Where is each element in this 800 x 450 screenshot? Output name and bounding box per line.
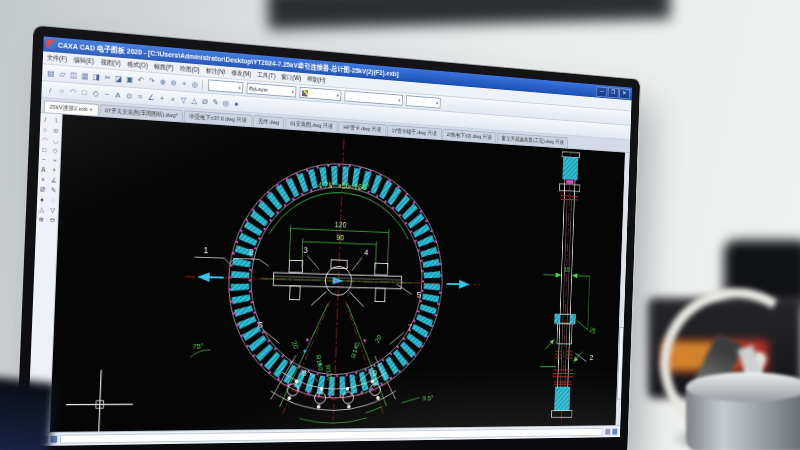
section-dim-25: 25 [588, 326, 596, 336]
svg-text:6: 6 [258, 319, 263, 329]
paste-icon[interactable]: ▣ [124, 73, 136, 86]
angle-dim-icon[interactable]: ∠ [145, 91, 156, 103]
arc-icon[interactable]: ◠ [67, 85, 79, 98]
menu-item[interactable]: 文件(F) [47, 53, 68, 64]
style-combo[interactable]: ▾ [208, 79, 243, 93]
menu-item[interactable]: 视图(V) [101, 58, 121, 68]
polar-toggle-icon[interactable] [605, 429, 610, 435]
svg-text:R170: R170 [324, 364, 334, 382]
svg-text:20: 20 [290, 339, 300, 350]
minus-tool-icon[interactable]: ⊖ [47, 215, 57, 224]
color-combo[interactable]: ▾ [299, 87, 341, 101]
toolbar-separator [202, 79, 203, 90]
save-icon[interactable]: ◫ [68, 68, 80, 81]
svg-text:8: 8 [302, 368, 307, 378]
ghost-tool-icon[interactable]: ◌ [48, 195, 58, 204]
section-dim-15: 15 [563, 266, 570, 274]
osnap-toggle-icon[interactable] [612, 429, 617, 435]
svg-text:1: 1 [203, 244, 208, 255]
pan-icon[interactable]: + [179, 77, 190, 89]
plus-tool-icon[interactable]: ⊕ [36, 214, 46, 223]
chevron-down-icon: ▾ [289, 89, 294, 95]
circle-icon[interactable]: ○ [56, 84, 68, 97]
copy-icon[interactable]: ◪ [113, 72, 125, 85]
donut-tool-icon[interactable]: ⊙ [51, 126, 61, 136]
minimize-button[interactable]: — [596, 86, 607, 97]
ortho-toggle-icon[interactable] [50, 436, 57, 443]
menu-item[interactable]: 绘图(D) [180, 64, 200, 74]
rectangle-icon[interactable]: □ [79, 86, 91, 99]
redo-icon[interactable]: ↷ [146, 74, 157, 86]
chevron-down-icon: ▾ [396, 97, 401, 103]
maximize-button[interactable]: ❐ [608, 87, 619, 98]
svg-text:20: 20 [373, 333, 383, 344]
svg-text:9.5°: 9.5° [422, 394, 433, 402]
menu-item[interactable]: 帮助(H) [307, 75, 326, 85]
polygon-tool-icon[interactable]: ◇ [50, 145, 60, 155]
spline-icon[interactable]: ~ [101, 88, 113, 101]
arc-tool-icon[interactable]: ◠ [39, 135, 49, 145]
cad-application-window: CAXA CAD 电子图板 2020 - [C:\Users\Administr… [27, 36, 632, 446]
solid-tool-icon[interactable]: ● [37, 195, 47, 204]
fit-view-icon[interactable]: ◎ [189, 78, 200, 90]
menu-item[interactable]: 标注(N) [206, 66, 226, 76]
rect-tool-icon[interactable]: □ [39, 145, 49, 155]
svg-text:R140: R140 [350, 341, 361, 359]
edit-icon[interactable]: ✎ [210, 96, 221, 108]
cut-icon[interactable]: ✂ [102, 71, 114, 84]
line-tool-icon[interactable]: / [40, 115, 50, 125]
tri-up-tool-icon[interactable]: △ [37, 204, 47, 213]
array-icon[interactable]: △ [189, 94, 200, 106]
wave-tool-icon[interactable]: ≈ [50, 155, 60, 164]
background-shelf-blur [268, 0, 671, 29]
monitor: CAXA CAD 电子图板 2020 - [C:\Users\Administr… [15, 25, 641, 450]
diameter-dim-icon[interactable]: Ø [199, 95, 210, 107]
sketch-tool-icon[interactable]: ✎ [48, 185, 58, 194]
xline-tool-icon[interactable]: \ [51, 116, 61, 126]
tri-down-tool-icon[interactable]: ▽ [48, 205, 58, 214]
layer-combo[interactable]: ByLayer ▾ [246, 82, 296, 97]
scrollbar-thumb[interactable] [617, 327, 624, 400]
document-tab[interactable]: 无件.dwg [253, 115, 285, 128]
erase-icon[interactable]: × [167, 93, 178, 105]
new-icon[interactable]: ▤ [45, 66, 57, 79]
menu-item[interactable]: 格式(O) [127, 60, 148, 70]
center-icon[interactable]: ◎ [221, 97, 232, 109]
line-icon[interactable]: / [44, 83, 56, 96]
spline-tool-icon[interactable]: ~ [39, 155, 49, 165]
zoom-out-icon[interactable]: ⊖ [168, 76, 179, 88]
foreground-desk-object [0, 377, 56, 450]
text-icon[interactable]: A [112, 88, 124, 101]
menu-item[interactable]: 窗口(W) [281, 73, 301, 83]
close-button[interactable]: ✕ [619, 88, 630, 99]
mirror-icon[interactable]: ▽ [178, 93, 189, 105]
hatch-icon[interactable]: ≈ [134, 90, 145, 102]
open-icon[interactable]: ▱ [56, 67, 68, 80]
point-tool-icon[interactable]: + [49, 165, 59, 174]
svg-text:5: 5 [417, 289, 422, 299]
preview-icon[interactable]: ◨ [91, 70, 103, 83]
svg-text:7: 7 [407, 321, 412, 331]
menu-item[interactable]: 幅面(P) [154, 62, 174, 72]
chevron-down-icon: ▾ [334, 92, 339, 98]
text-tool-icon[interactable]: A [38, 165, 48, 174]
move-icon[interactable]: + [156, 92, 167, 104]
drawing-canvas[interactable]: 4.75° ×56=266° 120 90 [50, 114, 625, 432]
break-tool-icon[interactable]: × [38, 175, 48, 184]
print-icon[interactable]: ▥ [79, 69, 91, 82]
diameter-tool-icon[interactable]: Ø [37, 185, 47, 194]
zoom-in-icon[interactable]: ⊕ [157, 75, 168, 87]
linetype-combo[interactable]: ▾ [344, 90, 403, 105]
fill-icon[interactable]: ● [231, 97, 242, 109]
menu-item[interactable]: 修改(M) [231, 68, 251, 78]
lineweight-combo[interactable]: ▾ [406, 95, 441, 108]
menu-item[interactable]: 编辑(E) [74, 55, 95, 66]
undo-icon[interactable]: ↶ [135, 74, 146, 86]
polygon-icon[interactable]: ◇ [90, 87, 102, 100]
arc2-tool-icon[interactable]: ◡ [50, 135, 60, 145]
angle-tool-icon[interactable]: ∠ [49, 175, 59, 184]
dim-120-text: 120 [335, 221, 347, 230]
menu-item[interactable]: 工具(T) [257, 71, 276, 81]
point-icon[interactable]: ⊙ [123, 89, 135, 101]
circle-tool-icon[interactable]: ○ [40, 125, 50, 135]
